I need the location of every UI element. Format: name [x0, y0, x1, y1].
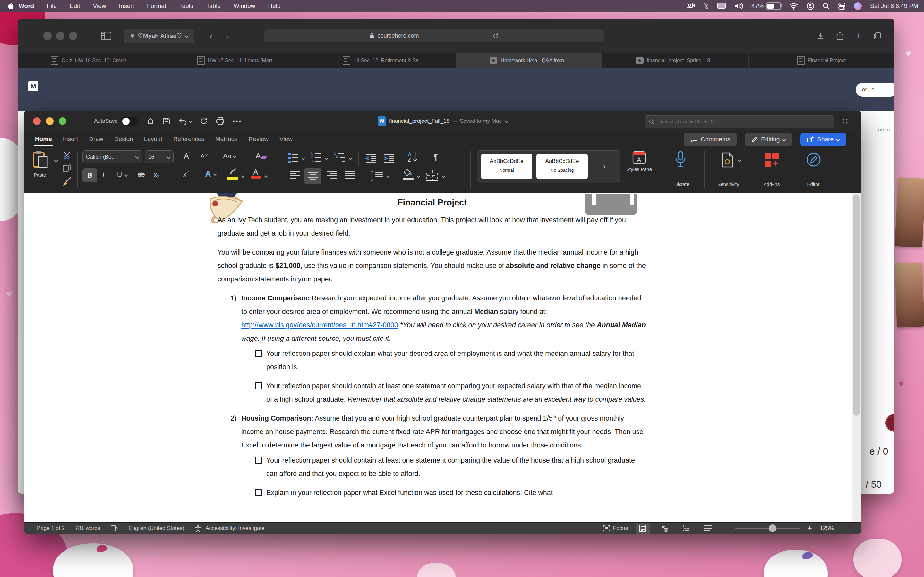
accessibility-status[interactable]: Accessibility: Investigate — [205, 525, 264, 532]
share-button[interactable]: Share — [800, 133, 846, 146]
subscript-button[interactable]: x2 — [153, 171, 159, 179]
menu-item-window[interactable]: Window — [234, 3, 255, 10]
font-size-select[interactable]: 16 — [145, 150, 174, 163]
bullet-menu-chevron[interactable] — [301, 156, 305, 160]
justify-icon[interactable] — [345, 171, 355, 179]
tab-insert[interactable]: Insert — [63, 135, 78, 143]
style-normal[interactable]: AaBbCcDdEe Normal — [481, 153, 532, 179]
align-center-icon[interactable] — [304, 168, 321, 184]
save-icon[interactable] — [163, 117, 170, 125]
menu-item-format[interactable]: Format — [147, 3, 166, 10]
font-color-menu-chevron[interactable] — [264, 174, 268, 177]
pilcrow-icon[interactable]: ¶ — [433, 152, 438, 162]
tab-hw17-loans[interactable]: HW 17 Sec. 11: Loans (Mort... — [164, 53, 310, 68]
style-no-spacing[interactable]: AaBbCcDdEe No Spacing — [536, 153, 588, 179]
autosave-toggle[interactable] — [121, 117, 138, 126]
user-account-icon[interactable] — [806, 2, 814, 10]
comments-button[interactable]: Comments — [684, 133, 737, 146]
hyperlink[interactable]: http://www.bls.gov/oes/current/oes_in.ht… — [241, 321, 398, 329]
menu-item-insert[interactable]: Insert — [119, 3, 134, 10]
menu-item-file[interactable]: File — [47, 3, 57, 10]
sensitivity-chevron[interactable] — [738, 158, 741, 161]
outline-view-button[interactable] — [679, 522, 693, 534]
clear-formatting-button[interactable]: A — [256, 152, 266, 160]
bold-button[interactable]: B — [82, 168, 97, 182]
line-spacing-chevron[interactable] — [386, 174, 389, 177]
address-bar[interactable]: coursehero.com — [264, 29, 604, 42]
display-mirroring-icon[interactable] — [717, 3, 726, 10]
paste-menu-chevron[interactable] — [53, 157, 59, 163]
language-indicator[interactable]: English (United States) — [128, 525, 184, 532]
focus-button[interactable]: Focus — [603, 525, 628, 532]
bluetooth-off-icon[interactable] — [703, 2, 709, 10]
close-button[interactable] — [33, 117, 41, 125]
font-color-button[interactable]: A — [250, 168, 261, 179]
back-button[interactable]: ‹ — [210, 31, 213, 41]
tab-design[interactable]: Design — [114, 135, 133, 143]
format-painter-icon[interactable] — [62, 177, 71, 186]
page-indicator[interactable]: Page 1 of 2 — [37, 525, 65, 532]
align-left-icon[interactable] — [290, 171, 300, 179]
italic-button[interactable]: I — [102, 171, 104, 179]
home-icon[interactable] — [147, 117, 154, 125]
search-input[interactable] — [658, 119, 830, 125]
align-right-icon[interactable] — [327, 171, 337, 179]
menubar-clock[interactable]: Sat Jul 6 6:49 PM — [870, 3, 918, 10]
tab-homework-help[interactable]: ★ Homework Help - Q&A from... — [456, 53, 603, 68]
line-spacing-icon[interactable] — [370, 170, 383, 182]
login-button-fragment[interactable]: or Lo... — [856, 83, 894, 97]
scrollbar-thumb[interactable] — [853, 195, 859, 416]
tab-mailings[interactable]: Mailings — [215, 135, 238, 143]
multilevel-list-icon[interactable]: 1 a i — [334, 152, 345, 162]
siri-icon[interactable] — [854, 2, 862, 10]
editing-mode-button[interactable]: Editing — [745, 133, 792, 146]
zoom-slider[interactable] — [735, 528, 800, 529]
proofing-icon[interactable] — [110, 525, 118, 532]
minimize-button[interactable] — [56, 32, 65, 40]
tab-quiz-hw16[interactable]: Quiz: HW 16 Sec. 10: Credit... — [18, 53, 164, 68]
menu-item-help[interactable]: Help — [268, 3, 281, 10]
more-commands-icon[interactable]: ••• — [233, 118, 242, 125]
new-tab-icon[interactable]: + — [856, 31, 861, 41]
word-search-field[interactable] — [645, 115, 834, 128]
cut-icon[interactable] — [63, 151, 71, 159]
tab-draw[interactable]: Draw — [89, 135, 103, 143]
styles-pane-button[interactable]: A Styles Pane — [628, 151, 650, 172]
word-count[interactable]: 781 words — [75, 525, 100, 532]
sidebar-icon[interactable] — [101, 32, 111, 40]
paste-button[interactable] — [32, 150, 50, 168]
font-name-select[interactable]: Calibri (Bo... — [82, 150, 142, 163]
shrink-font-button[interactable]: A — [200, 153, 208, 160]
borders-chevron[interactable] — [442, 174, 445, 177]
copy-icon[interactable] — [63, 163, 71, 172]
share-icon[interactable] — [837, 32, 843, 40]
addins-button[interactable] — [764, 152, 779, 168]
tab-layout[interactable]: Layout — [144, 135, 162, 143]
tab-home[interactable]: Home — [35, 135, 52, 143]
editor-button[interactable] — [806, 152, 821, 167]
tab-review[interactable]: Review — [249, 135, 268, 143]
menu-item-edit[interactable]: Edit — [69, 3, 80, 10]
highlight-color-button[interactable] — [228, 168, 238, 179]
tab-retirement[interactable]: 18 Sec. 12: Retirement & Sa... — [310, 53, 456, 68]
strikethrough-button[interactable]: ab — [137, 171, 145, 178]
numbered-menu-chevron[interactable] — [325, 156, 328, 160]
zoom-button[interactable] — [59, 117, 66, 125]
superscript-button[interactable]: x2 — [183, 171, 189, 178]
menu-item-view[interactable]: View — [93, 3, 106, 10]
menu-item-table[interactable]: Table — [206, 3, 221, 10]
undo-icon[interactable] — [179, 117, 192, 125]
increase-indent-icon[interactable] — [383, 153, 395, 163]
wifi-icon[interactable] — [789, 3, 798, 10]
minimize-button[interactable] — [46, 117, 53, 125]
shading-icon[interactable] — [403, 169, 414, 181]
downloads-icon[interactable] — [817, 32, 824, 39]
apple-logo-icon[interactable] — [8, 2, 14, 10]
numbered-list-icon[interactable]: 1 2 3 — [311, 152, 321, 162]
tab-group-pill[interactable]: ♥ ♡Myah Allise♡ — [124, 29, 194, 43]
shading-chevron[interactable] — [417, 174, 420, 177]
chevron-down-icon[interactable] — [504, 119, 509, 123]
text-effects-button[interactable]: A — [205, 169, 216, 179]
titlebar-options-icon[interactable] — [842, 118, 849, 125]
dictate-button[interactable] — [674, 151, 687, 168]
